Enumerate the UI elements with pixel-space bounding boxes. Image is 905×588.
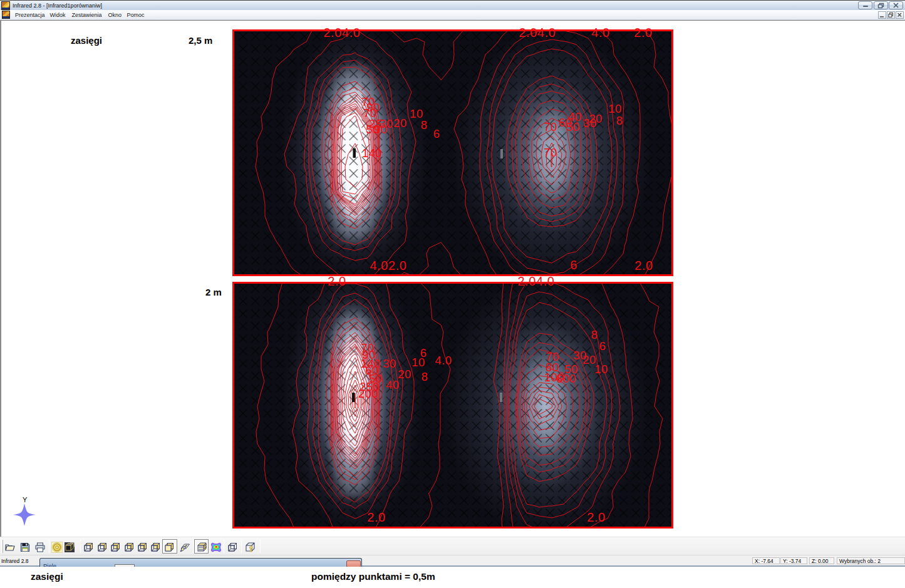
svg-text:4.0: 4.0 xyxy=(435,354,452,367)
svg-text:2.0: 2.0 xyxy=(367,510,386,524)
svg-text:70: 70 xyxy=(544,146,557,159)
svg-text:40: 40 xyxy=(386,378,399,391)
svg-text:10: 10 xyxy=(608,102,621,115)
svg-text:50: 50 xyxy=(566,120,579,133)
svg-text:8: 8 xyxy=(591,328,598,341)
svg-text:200: 200 xyxy=(358,387,378,400)
svg-text:30: 30 xyxy=(583,116,596,130)
svg-text:2.04.0: 2.04.0 xyxy=(519,26,556,39)
svg-text:Y: Y xyxy=(23,496,28,503)
svg-text:8: 8 xyxy=(421,118,428,132)
svg-text:20: 20 xyxy=(393,116,406,130)
svg-text:90: 90 xyxy=(374,123,387,136)
svg-text:6: 6 xyxy=(433,127,440,140)
svg-text:4.0: 4.0 xyxy=(591,26,610,39)
svg-text:8: 8 xyxy=(616,114,623,127)
svg-text:70: 70 xyxy=(544,120,557,133)
svg-text:2.0: 2.0 xyxy=(328,277,346,288)
svg-text:2.04.0: 2.04.0 xyxy=(323,26,360,39)
svg-text:2.0: 2.0 xyxy=(634,26,653,39)
svg-text:2.0: 2.0 xyxy=(634,259,653,272)
svg-text:2.04.0: 2.04.0 xyxy=(517,277,554,288)
svg-text:4.02.0: 4.02.0 xyxy=(370,259,406,272)
svg-text:10: 10 xyxy=(411,356,425,369)
svg-text:6: 6 xyxy=(599,339,606,353)
svg-text:30: 30 xyxy=(383,357,396,370)
svg-text:600: 600 xyxy=(556,372,576,385)
svg-text:20: 20 xyxy=(398,368,411,381)
svg-text:10: 10 xyxy=(594,363,608,376)
svg-text:2.0: 2.0 xyxy=(587,510,606,524)
svg-text:8: 8 xyxy=(421,370,428,383)
svg-text:140: 140 xyxy=(362,147,382,160)
svg-text:6: 6 xyxy=(570,258,577,272)
